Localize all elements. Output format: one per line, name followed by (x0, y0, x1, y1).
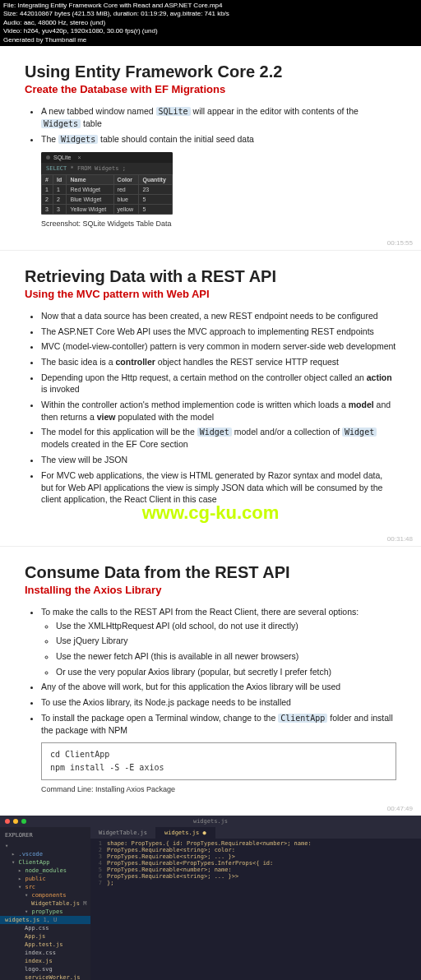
sqlite-tab-label: SQLite (53, 155, 71, 160)
list-item: For MVC web applications, the view is HT… (41, 469, 396, 506)
chip-widget2: Widget (342, 428, 377, 437)
sqlite-query: SELECT * FROM Widgets ; (41, 163, 173, 174)
slide1-bullet2: The Widgets table should contain the ini… (41, 133, 396, 146)
sidebar-item[interactable]: components (5, 891, 86, 899)
sidebar-item[interactable]: ClientApp (5, 858, 86, 867)
sqlite-table: #IdNameColorQuantity 11Red Widgetred23 2… (41, 174, 173, 215)
table-row: 22Blue Widgetblue5 (42, 194, 173, 204)
sidebar-item[interactable]: src (5, 883, 86, 891)
vscode-editor[interactable]: WidgetTable.js widgets.js ● 1shape: Prop… (90, 827, 421, 980)
maximize-icon[interactable] (21, 819, 26, 824)
timestamp-3: 00:47:49 (0, 802, 421, 816)
sidebar-item[interactable]: public (5, 875, 86, 883)
meta-video: Video: h264, yuv420p, 1920x1080, 30.00 f… (3, 27, 418, 35)
list-item: The ASP.NET Core Web API uses the MVC ap… (41, 326, 396, 338)
list-item: The model for this application will be t… (41, 426, 396, 451)
table-row: 33Yellow Widgetyellow5 (42, 204, 173, 214)
sidebar-item[interactable]: node_modules (5, 867, 86, 875)
screenshot-caption: Screenshot: SQLite Widgets Table Data (41, 220, 396, 228)
list-item: Within the controller action's method im… (41, 399, 396, 423)
meta-file: File: Integrating Entity Framework Core … (3, 2, 418, 10)
list-item: The view will be JSON (41, 454, 396, 466)
slide-ef-core: Using Entity Framework Core 2.2 Create t… (0, 46, 421, 236)
sidebar-item-active[interactable]: widgets.js 1, U (0, 916, 90, 924)
list-item: To install the package open a Terminal w… (41, 712, 396, 737)
code-area[interactable]: 1shape: PropTypes.{ id: PropTypes.Requir… (90, 839, 421, 890)
list-item: Or use the very popular Axios library (p… (56, 666, 396, 678)
list-item: To use the Axios library, its Node.js pa… (41, 696, 396, 709)
cmd-line: cd ClientApp (50, 748, 387, 761)
slide1-subtitle: Create the Database with EF Migrations (25, 83, 396, 95)
close-icon: × (77, 155, 81, 160)
cmd-caption: Command Line: Installing Axios Package (41, 785, 396, 793)
sidebar-item[interactable]: logo.svg (5, 965, 86, 973)
dot-icon (46, 155, 50, 159)
window-controls[interactable] (5, 819, 26, 824)
slide3-subtitle: Installing the Axios Library (25, 584, 396, 596)
chip-widgets: Widgets (41, 119, 81, 128)
slide3-title: Consume Data from the REST API (25, 563, 396, 582)
slide2-subtitle: Using the MVC pattern with Web API (25, 288, 396, 300)
meta-generator: Generated by Thumbnail me (3, 36, 418, 44)
tab-widgettable[interactable]: WidgetTable.js (90, 827, 156, 839)
sidebar-item[interactable]: App.css (5, 924, 86, 932)
chip-widget: Widget (197, 428, 232, 437)
sidebar-item[interactable]: App.test.js (5, 941, 86, 949)
sidebar-item[interactable]: serviceWorker.js (5, 973, 86, 980)
vscode-explorer[interactable]: EXPLORER .vscode ClientApp node_modules … (0, 827, 90, 980)
sqlite-tab: SQLite × (41, 152, 173, 163)
minimize-icon[interactable] (13, 819, 18, 824)
list-item: MVC (model-view-contoller) pattern is ve… (41, 340, 396, 353)
slide2-title: Retrieving Data with a REST API (25, 267, 396, 286)
list-item: Any of the above will work, but for this… (41, 681, 396, 693)
sidebar-item[interactable]: .vscode (5, 850, 86, 858)
table-header: #IdNameColorQuantity (42, 174, 173, 184)
explorer-label: EXPLORER (5, 832, 86, 839)
meta-size: Size: 442010867 bytes (421.53 MiB), dura… (3, 10, 418, 18)
chip-sqlite: SQLite (156, 107, 191, 116)
vscode-title: widgets.js (193, 818, 228, 825)
list-item: Use the newer fetch API (this is availab… (56, 650, 396, 663)
sqlite-screenshot: SQLite × SELECT * FROM Widgets ; #IdName… (41, 152, 173, 215)
chip-clientapp: ClientApp (278, 714, 327, 723)
slide-rest-api: Retrieving Data with a REST API Using th… (0, 251, 421, 532)
table-row: 11Red Widgetred23 (42, 184, 173, 194)
vscode-titlebar: widgets.js (0, 816, 421, 827)
slide1-title: Using Entity Framework Core 2.2 (25, 62, 396, 81)
timestamp-1: 00:15:55 (0, 236, 421, 250)
video-metadata: File: Integrating Entity Framework Core … (0, 0, 421, 46)
list-item: Use the XMLHttpRequest API (old school, … (56, 620, 396, 632)
slide1-bullet1: A new tabbed window named SQLite will ap… (41, 105, 396, 130)
tab-widgets[interactable]: widgets.js ● (156, 827, 215, 839)
list-item: The basic idea is a controller object ha… (41, 356, 396, 368)
sidebar-item[interactable]: WidgetTable.js M (5, 899, 86, 908)
vscode-screenshot: widgets.js EXPLORER .vscode ClientApp no… (0, 816, 421, 980)
slide-axios: Consume Data from the REST API Installin… (0, 547, 421, 802)
cmd-line: npm install -S -E axios (50, 761, 387, 774)
list-item: Depending upon the Http request, a certa… (41, 372, 396, 395)
sidebar-item[interactable]: index.css (5, 949, 86, 957)
list-item: Use jQuery Library (56, 635, 396, 647)
sidebar-item[interactable] (5, 842, 86, 850)
editor-tabs: WidgetTable.js widgets.js ● (90, 827, 421, 839)
meta-audio: Audio: aac, 48000 Hz, stereo (und) (3, 19, 418, 27)
sidebar-item[interactable]: propTypes (5, 908, 86, 916)
timestamp-2: 00:31:48 (0, 532, 421, 546)
list-item: Now that a data source has been created,… (41, 310, 396, 322)
list-item: To make the calls to the REST API from t… (41, 606, 396, 677)
sidebar-item[interactable]: index.js (5, 957, 86, 965)
chip-widgets2: Widgets (58, 135, 98, 144)
sidebar-item[interactable]: App.js (5, 932, 86, 941)
command-line-box: cd ClientApp npm install -S -E axios (41, 742, 396, 780)
close-icon[interactable] (5, 819, 10, 824)
